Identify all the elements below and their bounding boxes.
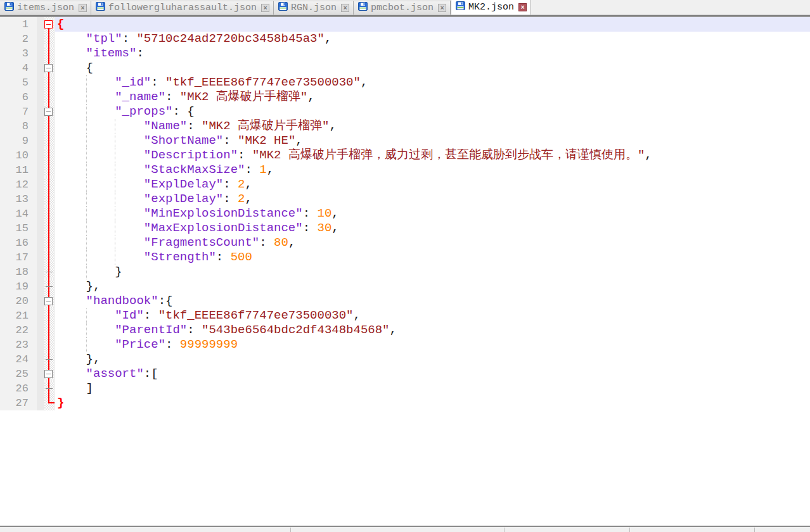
code-segment [57, 221, 144, 235]
tab-close-icon[interactable]: × [438, 4, 446, 12]
code-text[interactable]: }, [55, 352, 810, 367]
fold-highlight-line [48, 323, 49, 338]
code-segment: : [165, 90, 180, 104]
code-text[interactable]: ] [55, 381, 810, 396]
code-text[interactable]: "StackMaxSize": 1, [55, 163, 810, 177]
code-segment: } [57, 265, 122, 279]
code-text[interactable]: "ParentId": "543be6564bdc2df4348b4568", [55, 323, 810, 338]
line-number: 17 [0, 250, 37, 265]
fold-margin[interactable] [44, 294, 55, 308]
code-text[interactable]: "explDelay": 2, [55, 192, 810, 206]
line-number: 22 [0, 323, 37, 338]
code-segment: "543be6564bdc2df4348b4568" [202, 323, 389, 337]
code-text[interactable]: "MaxExplosionDistance": 30, [55, 221, 810, 236]
fold-margin [44, 338, 55, 352]
code-text[interactable]: "Price": 99999999 [55, 338, 810, 352]
code-text[interactable]: "tpl": "5710c24ad2720bc3458b45a3", [55, 32, 810, 46]
indent-guide [86, 323, 87, 338]
tab-close-icon[interactable]: × [79, 4, 87, 12]
code-text[interactable]: "_name": "MK2 高爆破片手榴弹", [55, 90, 810, 104]
code-text[interactable]: "ShortName": "MK2 HE", [55, 134, 810, 148]
bookmark-margin [37, 265, 44, 279]
code-text[interactable]: "handbook":{ [55, 294, 810, 308]
code-line: 2 "tpl": "5710c24ad2720bc3458b45a3", [0, 32, 810, 46]
code-text[interactable]: } [55, 396, 810, 410]
code-segment: : [259, 236, 274, 250]
code-segment: : [303, 206, 318, 220]
fold-collapse-icon[interactable] [44, 370, 53, 378]
fold-margin[interactable] [44, 61, 55, 75]
line-number: 16 [0, 236, 37, 250]
code-segment [57, 236, 144, 250]
code-segment: "ExplDelay" [144, 177, 223, 191]
code-segment: : [223, 134, 238, 148]
indent-guide [86, 192, 87, 206]
fold-margin [44, 323, 55, 338]
code-segment: : [144, 308, 158, 322]
code-line: 13 "explDelay": 2, [0, 192, 810, 206]
fold-highlight-line [48, 192, 49, 206]
code-segment: "Price" [115, 338, 165, 352]
code-segment: , [267, 163, 274, 177]
code-text[interactable]: "_props": { [55, 104, 810, 119]
line-number: 7 [0, 104, 37, 119]
tab-pmcbot.json[interactable]: pmcbot.json× [354, 1, 451, 15]
fold-highlight-line [48, 206, 49, 221]
fold-highlight-line [48, 163, 49, 177]
tab-close-icon[interactable]: × [261, 4, 269, 12]
fold-margin[interactable] [44, 367, 55, 381]
tab-items.json[interactable]: items.json× [0, 1, 91, 15]
code-text[interactable]: { [55, 17, 810, 32]
code-segment [57, 206, 144, 220]
fold-margin [44, 177, 55, 192]
indent-guide [115, 177, 115, 192]
fold-collapse-icon[interactable] [44, 297, 53, 305]
bookmark-margin [37, 206, 44, 221]
code-editor[interactable]: 1{2 "tpl": "5710c24ad2720bc3458b45a3",3 … [0, 17, 810, 526]
fold-end-tick [46, 359, 53, 360]
fold-end-tick [46, 272, 53, 272]
bookmark-margin [37, 236, 44, 250]
statusbar-separator [504, 528, 505, 532]
tab-close-icon[interactable]: × [341, 4, 349, 12]
code-segment: 500 [231, 250, 252, 264]
code-segment: : [151, 75, 165, 89]
code-text[interactable]: "Name": "MK2 高爆破片手榴弹", [55, 119, 810, 134]
code-text[interactable]: "Strength": 500 [55, 250, 810, 265]
code-text[interactable]: }, [55, 279, 810, 294]
code-line: 12 "ExplDelay": 2, [0, 177, 810, 192]
fold-margin[interactable] [44, 104, 55, 119]
tab-close-icon[interactable]: × [518, 3, 527, 11]
code-line: 17 "Strength": 500 [0, 250, 810, 265]
fold-collapse-icon[interactable] [44, 64, 53, 72]
code-text[interactable]: "_id": "tkf_EEEE86f7747ee73500030", [55, 75, 810, 90]
bookmark-margin [37, 134, 44, 148]
code-text[interactable]: "Description": "MK2 高爆破片手榴弹，威力过剩，甚至能威胁到步… [55, 148, 810, 163]
line-number: 15 [0, 221, 37, 236]
tab-followergluharassault.json[interactable]: followergluharassault.json× [91, 1, 274, 15]
code-text[interactable]: } [55, 265, 810, 279]
fold-collapse-icon[interactable] [44, 20, 53, 28]
code-text[interactable]: "Id": "tkf_EEEE86f7747ee73500030", [55, 308, 810, 323]
statusbar-separator [629, 528, 630, 532]
code-segment: 80 [274, 236, 288, 250]
code-segment: "MK2 HE" [238, 134, 295, 148]
floppy-saved-icon [278, 2, 288, 14]
code-segment: 10 [317, 206, 331, 220]
code-segment: "ShortName" [144, 134, 223, 148]
code-text[interactable]: "items": [55, 46, 810, 61]
code-text[interactable]: { [55, 61, 810, 75]
fold-margin [44, 308, 55, 323]
tab-RGN.json[interactable]: RGN.json× [274, 1, 354, 15]
code-segment: : [223, 177, 238, 191]
code-segment [57, 192, 144, 206]
code-text[interactable]: "ExplDelay": 2, [55, 177, 810, 192]
code-text[interactable]: "FragmentsCount": 80, [55, 236, 810, 250]
fold-margin[interactable] [44, 17, 55, 32]
indent-guide [86, 221, 87, 236]
code-text[interactable]: "MinExplosionDistance": 10, [55, 206, 810, 221]
bookmark-margin [37, 104, 44, 119]
code-text[interactable]: "assort":[ [55, 367, 810, 381]
fold-collapse-icon[interactable] [44, 108, 53, 116]
tab-MK2.json[interactable]: MK2.json× [451, 0, 531, 15]
